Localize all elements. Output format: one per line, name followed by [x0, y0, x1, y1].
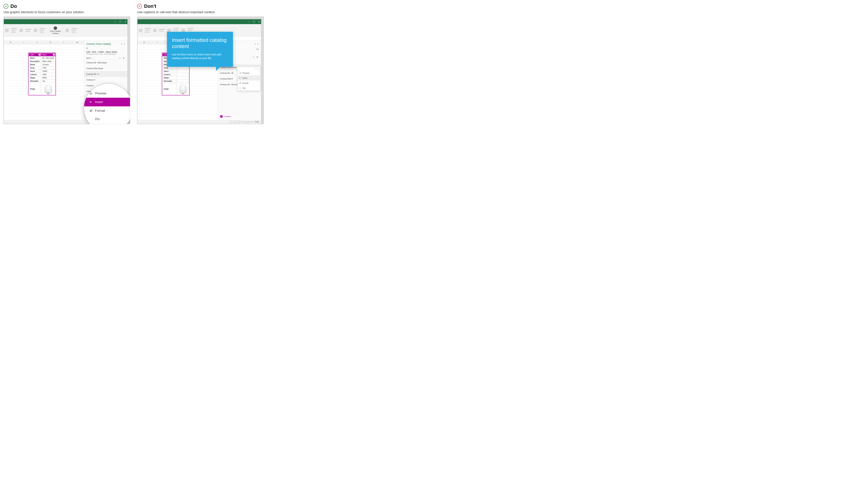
do-title: Do: [10, 3, 17, 9]
minimize-button[interactable]: —: [114, 21, 116, 23]
pane-footer[interactable]: CContoso: [218, 114, 261, 119]
excel-window: — ☐ ✕ ⌄: [137, 19, 261, 124]
bulb-icon: [54, 26, 57, 30]
bulb-image: [44, 84, 52, 93]
context-menu: • • • ◎Preview ⇤Insert ⇄Format ⟜Pin: [237, 67, 260, 91]
dont-title: Don't: [144, 3, 156, 9]
zoom-slider[interactable]: [241, 122, 254, 122]
do-subtitle: Use graphic elements to focus customers …: [3, 10, 130, 14]
task-pane-controls[interactable]: ▾ ✕: [121, 43, 125, 45]
titlebar: — ☐ ✕: [4, 19, 127, 24]
pane-heading: LED - R30 - 2700K - Warm White: [84, 51, 127, 53]
format-icon: ⇄: [239, 82, 241, 84]
task-pane-title: Contoso Parts Catalog: [86, 42, 111, 45]
ribbon: Parts Catalog Contoso: [4, 24, 127, 37]
view-icons[interactable]: ≡ ⊞: [119, 57, 125, 59]
menu-preview[interactable]: ◎Preview: [238, 70, 260, 76]
view-normal-icon[interactable]: [234, 121, 236, 123]
list-item[interactable]: Contoso 8: [84, 77, 127, 83]
formula-bar[interactable]: ⌄: [4, 37, 127, 41]
list-item[interactable]: Contoso 60 - 65w Equal: [84, 60, 127, 66]
menu-pin[interactable]: Pin: [84, 115, 130, 123]
check-icon: [3, 4, 8, 9]
task-pane-controls[interactable]: ▾ ✕: [255, 43, 259, 45]
list-item[interactable]: Contoso 85w Equal: [84, 66, 127, 71]
insert-icon: ⇤: [239, 77, 241, 79]
obstructing-callout: Insert formatted catalog content Use lis…: [167, 32, 233, 67]
menu-format[interactable]: ⇄ Format: [84, 106, 130, 115]
sort-label[interactable]: Name: [86, 57, 91, 59]
menu-insert[interactable]: ⇤Insert: [238, 76, 260, 80]
close-button[interactable]: ✕: [125, 21, 126, 23]
status-bar: 100%: [138, 120, 261, 124]
minimize-button[interactable]: —: [248, 21, 250, 23]
inserted-table: Lable▾Value▾ Name60 - 65w Equal Descript…: [28, 53, 56, 95]
more-icon[interactable]: • • •: [238, 67, 260, 70]
sheet-nav-icon[interactable]: [230, 121, 232, 123]
view-icons[interactable]: ≡ ⊞: [253, 56, 259, 58]
worksheet[interactable]: HIJ KLM Lable▾Value▾ Name60 - 65w Equal …: [4, 41, 84, 119]
dont-subtitle: Use captions or call-outs that obstruct …: [137, 10, 264, 14]
maximize-button[interactable]: ☐: [253, 21, 255, 23]
titlebar: — ☐ ✕: [138, 19, 261, 24]
do-panel: Do Use graphic elements to focus custome…: [3, 3, 130, 124]
callout-body: Use list item menu to select insert and …: [172, 53, 228, 60]
dont-frame: — ☐ ✕ ⌄: [137, 16, 264, 124]
do-frame: — ☐ ✕ Parts Catalog Contoso: [3, 16, 130, 124]
ribbon-button-label-1: Parts Catalog: [50, 30, 61, 32]
insert-icon: ⇤: [89, 100, 93, 104]
list-item[interactable]: Contoso 60 - 6: [84, 71, 127, 77]
ribbon-button-label-2: Contoso: [52, 32, 59, 34]
menu-pin[interactable]: ⟜Pin: [238, 86, 260, 91]
bulb-image: [179, 84, 187, 93]
dont-panel: Don't Use captions or call-outs that obs…: [137, 3, 264, 124]
excel-window: — ☐ ✕ Parts Catalog Contoso: [4, 19, 128, 124]
menu-insert[interactable]: ⇤ Insert: [84, 98, 130, 106]
pin-icon: ⟜: [239, 87, 241, 89]
ribbon-parts-catalog-button[interactable]: Parts Catalog Contoso: [48, 26, 63, 35]
format-icon: ⇄: [89, 109, 93, 113]
close-button[interactable]: ✕: [258, 21, 260, 23]
callout-title: Insert formatted catalog content: [172, 37, 228, 50]
pane-subheading: 16 results in LED - R30 - 60-65 Watt Equ…: [84, 53, 127, 56]
x-icon: [137, 4, 142, 9]
column-headers: HIJ KLM: [4, 41, 84, 44]
menu-format[interactable]: ⇄Format: [238, 80, 260, 86]
maximize-button[interactable]: ☐: [119, 21, 121, 23]
preview-icon: ◎: [239, 72, 241, 74]
hamburger-icon[interactable]: ≡: [84, 47, 127, 51]
